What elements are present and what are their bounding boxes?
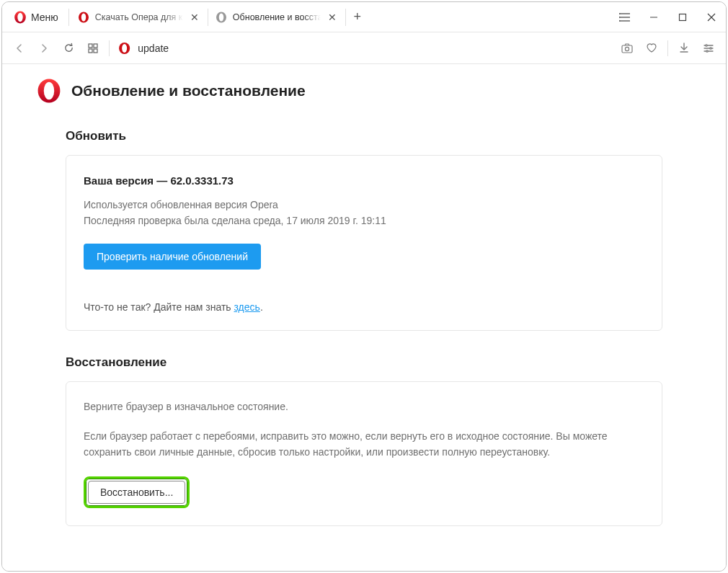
- svg-point-10: [619, 17, 620, 17]
- svg-point-21: [122, 44, 127, 53]
- section-update: Обновить Ваша версия — 62.0.3331.73 Испо…: [66, 129, 662, 331]
- forward-button[interactable]: [32, 37, 56, 60]
- svg-rect-22: [622, 45, 632, 53]
- tab-label: Обновление и восстановл: [233, 12, 321, 22]
- version-value: 62.0.3331.73: [170, 174, 234, 187]
- easy-setup-button[interactable]: [697, 37, 720, 60]
- tab-0[interactable]: Скачать Опера для компь ✕: [71, 2, 208, 32]
- title-bar: Меню Скачать Опера для компь ✕ Обновлени…: [2, 2, 726, 32]
- page-content: Обновление и восстановление Обновить Ваш…: [2, 64, 726, 571]
- feedback-link[interactable]: здесь: [234, 301, 260, 313]
- check-updates-button[interactable]: Проверить наличие обновлений: [84, 244, 261, 270]
- svg-point-29: [706, 44, 707, 45]
- new-tab-button[interactable]: +: [346, 9, 369, 25]
- restore-lead: Верните браузер в изначальное состояние.: [84, 401, 644, 412]
- svg-rect-18: [89, 49, 92, 53]
- back-button[interactable]: [8, 37, 31, 60]
- address-input[interactable]: [138, 43, 614, 54]
- toolbar-separator: [667, 40, 668, 56]
- update-card: Ваша версия — 62.0.3331.73 Используется …: [66, 155, 662, 331]
- opera-logo-icon: [118, 42, 130, 55]
- browser-window: Меню Скачать Опера для компь ✕ Обновлени…: [1, 1, 727, 572]
- svg-point-1: [17, 12, 22, 21]
- svg-rect-17: [94, 44, 97, 48]
- toolbar: [2, 32, 726, 64]
- section-restore: Восстановление Верните браузер в изначал…: [66, 355, 662, 526]
- feedback-line: Что-то не так? Дайте нам знать здесь.: [84, 301, 644, 313]
- svg-rect-13: [680, 14, 686, 20]
- svg-point-33: [44, 82, 54, 99]
- svg-point-5: [219, 13, 224, 21]
- svg-point-11: [619, 20, 620, 21]
- version-prefix: Ваша версия —: [84, 174, 170, 187]
- menu-label: Меню: [31, 12, 58, 23]
- opera-logo-icon: [37, 79, 61, 103]
- tab-1[interactable]: Обновление и восстановл ✕: [208, 2, 345, 32]
- highlight-ring: Восстановить...: [84, 476, 190, 508]
- restore-card: Верните браузер в изначальное состояние.…: [66, 381, 662, 526]
- window-controls: [639, 3, 726, 32]
- snapshot-button[interactable]: [616, 37, 639, 60]
- version-line: Ваша версия — 62.0.3331.73: [84, 174, 644, 187]
- opera-settings-icon: [216, 12, 227, 23]
- restore-body: Если браузер работает с перебоями, испра…: [84, 428, 644, 461]
- opera-logo-icon: [78, 12, 89, 23]
- speed-dial-button[interactable]: [81, 37, 105, 60]
- menu-button[interactable]: Меню: [2, 2, 67, 32]
- tab-close-icon[interactable]: ✕: [189, 11, 200, 24]
- section-restore-title: Восстановление: [66, 355, 662, 370]
- update-status: Используется обновленная версия Opera: [84, 197, 644, 213]
- tab-label: Скачать Опера для компь: [95, 12, 183, 22]
- maximize-button[interactable]: [668, 3, 697, 32]
- divider: [68, 9, 69, 26]
- svg-point-3: [81, 13, 86, 21]
- section-update-title: Обновить: [66, 129, 662, 143]
- page-header: Обновление и восстановление: [37, 79, 691, 103]
- last-check: Последняя проверка была сделана среда, 1…: [84, 213, 644, 228]
- feedback-prefix: Что-то не так? Дайте нам знать: [84, 301, 234, 313]
- svg-point-31: [706, 50, 708, 51]
- close-button[interactable]: [697, 3, 726, 32]
- reload-button[interactable]: [57, 37, 80, 60]
- feedback-suffix: .: [260, 301, 263, 313]
- svg-rect-19: [94, 49, 97, 53]
- address-bar[interactable]: [114, 37, 614, 60]
- tab-close-icon[interactable]: ✕: [327, 11, 338, 24]
- tab-menu-icon[interactable]: [611, 3, 639, 32]
- downloads-button[interactable]: [672, 37, 696, 60]
- svg-rect-16: [89, 44, 92, 48]
- toolbar-separator: [109, 40, 110, 56]
- minimize-button[interactable]: [639, 3, 668, 32]
- restore-button[interactable]: Восстановить...: [88, 481, 185, 504]
- opera-logo-icon: [14, 11, 27, 24]
- svg-point-23: [625, 47, 629, 50]
- svg-point-9: [619, 13, 620, 14]
- page-title: Обновление и восстановление: [71, 82, 306, 99]
- svg-point-30: [710, 47, 711, 48]
- heart-button[interactable]: [640, 37, 663, 60]
